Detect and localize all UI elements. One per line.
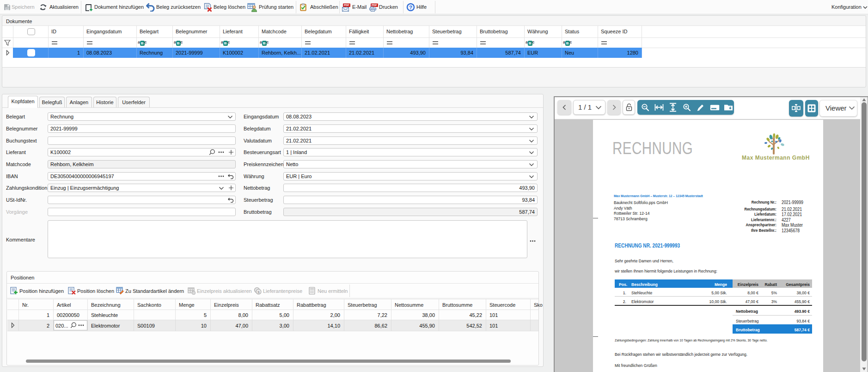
svg-text:$: $	[257, 290, 260, 294]
svg-text:PDF: PDF	[344, 4, 349, 6]
svg-text:PDF: PDF	[372, 4, 377, 6]
svg-text:?: ?	[409, 5, 412, 10]
